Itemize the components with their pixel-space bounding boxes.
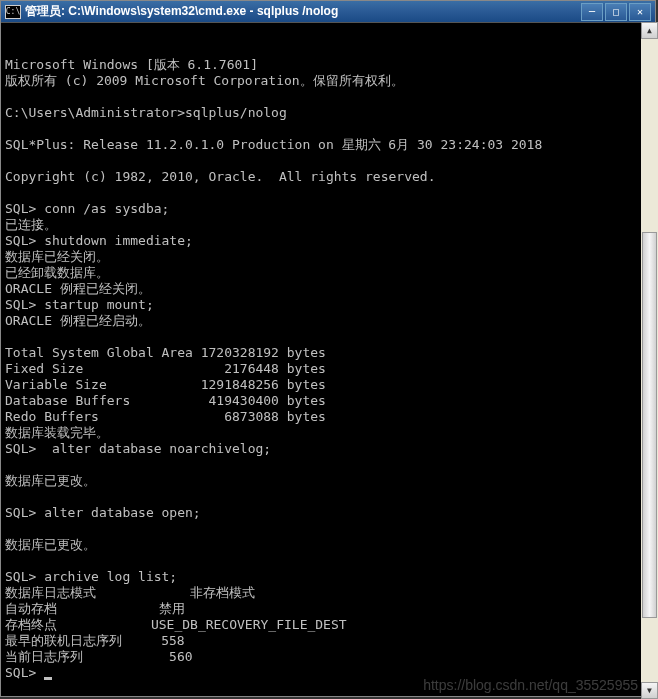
cmd-window: C:\ 管理员: C:\Windows\system32\cmd.exe - s…: [0, 0, 656, 697]
terminal-line: Variable Size 1291848256 bytes: [5, 377, 651, 393]
terminal-line: 数据库已经关闭。: [5, 249, 651, 265]
terminal-line: Database Buffers 419430400 bytes: [5, 393, 651, 409]
terminal-line: 已连接。: [5, 217, 651, 233]
terminal-line: Microsoft Windows [版本 6.1.7601]: [5, 57, 651, 73]
scroll-down-button[interactable]: ▼: [641, 682, 658, 699]
scroll-up-button[interactable]: ▲: [641, 22, 658, 39]
terminal-line: SQL> archive log list;: [5, 569, 651, 585]
terminal-line: [5, 121, 651, 137]
terminal-line: [5, 521, 651, 537]
terminal-line: SQL*Plus: Release 11.2.0.1.0 Production …: [5, 137, 651, 153]
terminal-line: 存档终点 USE_DB_RECOVERY_FILE_DEST: [5, 617, 651, 633]
terminal-line: SQL> startup mount;: [5, 297, 651, 313]
terminal-line: Redo Buffers 6873088 bytes: [5, 409, 651, 425]
window-controls: ─ □ ✕: [581, 3, 651, 21]
cmd-icon: C:\: [5, 5, 21, 19]
terminal-line: 已经卸载数据库。: [5, 265, 651, 281]
terminal-line: [5, 553, 651, 569]
terminal-line: [5, 153, 651, 169]
terminal-line: Total System Global Area 1720328192 byte…: [5, 345, 651, 361]
terminal-line: 版权所有 (c) 2009 Microsoft Corporation。保留所有…: [5, 73, 651, 89]
terminal-line: 数据库日志模式 非存档模式: [5, 585, 651, 601]
terminal-line: 数据库已更改。: [5, 537, 651, 553]
terminal-line: SQL> alter database open;: [5, 505, 651, 521]
titlebar: C:\ 管理员: C:\Windows\system32\cmd.exe - s…: [1, 1, 655, 23]
terminal-line: Copyright (c) 1982, 2010, Oracle. All ri…: [5, 169, 651, 185]
watermark-text: https://blog.csdn.net/qq_35525955: [423, 677, 638, 693]
terminal-line: Fixed Size 2176448 bytes: [5, 361, 651, 377]
minimize-button[interactable]: ─: [581, 3, 603, 21]
terminal-line: [5, 89, 651, 105]
terminal-line: [5, 489, 651, 505]
cursor: [44, 677, 52, 680]
terminal-line: 数据库装载完毕。: [5, 425, 651, 441]
vertical-scrollbar: ▲ ▼: [641, 22, 658, 699]
terminal-line: [5, 185, 651, 201]
scroll-thumb[interactable]: [642, 232, 657, 618]
terminal-line: SQL> alter database noarchivelog;: [5, 441, 651, 457]
maximize-button[interactable]: □: [605, 3, 627, 21]
terminal-line: SQL> shutdown immediate;: [5, 233, 651, 249]
terminal-line: 当前日志序列 560: [5, 649, 651, 665]
scroll-track[interactable]: [641, 39, 658, 682]
terminal-line: ORACLE 例程已经启动。: [5, 313, 651, 329]
terminal-line: [5, 329, 651, 345]
terminal-line: 数据库已更改。: [5, 473, 651, 489]
terminal-line: C:\Users\Administrator>sqlplus/nolog: [5, 105, 651, 121]
terminal-line: ORACLE 例程已经关闭。: [5, 281, 651, 297]
terminal-line: [5, 457, 651, 473]
window-title: 管理员: C:\Windows\system32\cmd.exe - sqlpl…: [25, 3, 581, 20]
close-button[interactable]: ✕: [629, 3, 651, 21]
terminal-line: 自动存档 禁用: [5, 601, 651, 617]
terminal-line: SQL> conn /as sysdba;: [5, 201, 651, 217]
terminal-area[interactable]: Microsoft Windows [版本 6.1.7601]版权所有 (c) …: [1, 23, 655, 696]
terminal-line: 最早的联机日志序列 558: [5, 633, 651, 649]
